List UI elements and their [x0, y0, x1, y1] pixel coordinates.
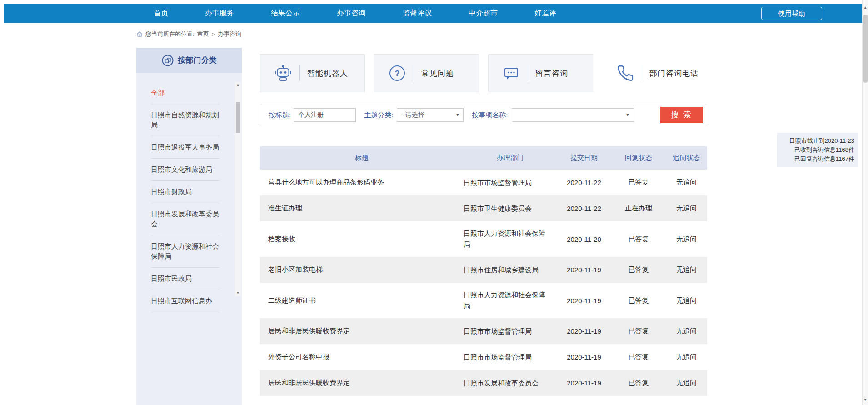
robot-icon: [273, 64, 293, 82]
sidebar-item-veterans[interactable]: 日照市退役军人事务局: [151, 136, 220, 159]
sidebar-item-civil-affairs[interactable]: 日照市民政局: [151, 268, 220, 290]
nav-item-consult[interactable]: 办事咨询: [337, 9, 366, 18]
table-body: 莒县什么地方可以办理商品条形码业务 日照市市场监督管理局 2020-11-22 …: [260, 170, 707, 396]
row-follow-status: 无追问: [666, 353, 707, 361]
row-reply-status: 已答复: [611, 265, 666, 274]
sidebar-item-natural-resources[interactable]: 日照市自然资源和规划局: [151, 104, 220, 136]
sidebar-item-human-resources[interactable]: 日照市人力资源和社会保障局: [151, 235, 220, 268]
sidebar-item-internet-info[interactable]: 日照市互联网信息办: [151, 290, 220, 312]
page: 首页 办事服务 结果公示 办事咨询 监督评议 中介超市 好差评 使用帮助 您当前…: [0, 0, 868, 405]
table-row: 居民和非居民供暖收费界定 日照市市场监督管理局 2020-11-19 已答复 无…: [260, 318, 707, 344]
table-row: 外资子公司名称申报 日照市市场监督管理局 2020-11-19 已答复 无追问: [260, 344, 707, 370]
chevron-down-icon: ▼: [455, 113, 459, 117]
row-title-link[interactable]: 外资子公司名称申报: [260, 353, 464, 361]
sidebar-item-all[interactable]: 全部: [151, 82, 220, 104]
department-phone-button[interactable]: 部门咨询电话: [602, 54, 707, 92]
row-reply-status: 已答复: [611, 327, 666, 335]
row-title-link[interactable]: 档案接收: [260, 235, 464, 244]
row-date: 2020-11-19: [557, 353, 611, 361]
row-title-link[interactable]: 莒县什么地方可以办理商品条形码业务: [260, 178, 464, 187]
row-department: 日照市市场监督管理局: [464, 352, 557, 363]
nav-item-results[interactable]: 结果公示: [271, 9, 300, 18]
divider: [528, 65, 528, 81]
feature-label: 常见问题: [421, 68, 454, 79]
scroll-up-icon[interactable]: ▲: [863, 5, 868, 10]
divider: [414, 65, 414, 81]
sidebar-scrollbar-thumb[interactable]: [236, 102, 240, 133]
sidebar-item-finance[interactable]: 日照市财政局: [151, 181, 220, 203]
header-date: 提交日期: [557, 154, 611, 162]
scroll-down-icon[interactable]: ▼: [235, 291, 241, 295]
table-row: 老旧小区加装电梯 日照市住房和城乡建设局 2020-11-19 已答复 无追问: [260, 257, 707, 283]
row-title-link[interactable]: 准生证办理: [260, 204, 464, 213]
row-date: 2020-11-22: [557, 179, 611, 186]
table-row: 准生证办理 日照市卫生健康委员会 2020-11-22 正在办理 无追问: [260, 195, 707, 221]
item-name-select[interactable]: ▼: [512, 108, 634, 122]
row-follow-status: 无追问: [666, 235, 707, 244]
row-department: 日照市卫生健康委员会: [464, 203, 557, 214]
row-department: 日照市市场监督管理局: [464, 326, 557, 337]
row-department: 日照市发展和改革委员会: [464, 378, 557, 389]
header-department: 办理部门: [464, 154, 557, 162]
row-date: 2020-11-19: [557, 297, 611, 305]
sidebar-list: 全部 日照市自然资源和规划局 日照市退役军人事务局 日照市文化和旅游局 日照市财…: [136, 73, 242, 312]
item-filter-label: 按事项名称:: [472, 111, 508, 120]
nav-item-services[interactable]: 办事服务: [205, 9, 234, 18]
row-title-link[interactable]: 居民和非居民供暖收费界定: [260, 379, 464, 387]
faq-button[interactable]: ? 常见问题: [374, 54, 479, 92]
consultation-table: 标题 办理部门 提交日期 回复状态 追问状态 莒县什么地方可以办理商品条形码业务…: [260, 146, 707, 396]
stats-line-2: 已收到咨询信息1168件: [781, 145, 854, 155]
scroll-up-icon[interactable]: ▲: [235, 83, 241, 87]
page-scrollbar-thumb[interactable]: [863, 15, 868, 83]
category-filter-label: 主题分类:: [364, 111, 393, 120]
row-follow-status: 无追问: [666, 327, 707, 335]
header-reply-status: 回复状态: [611, 154, 666, 162]
consultation-stats: 日照市截止到2020-11-23 已收到咨询信息1168件 已回复咨询信息116…: [777, 133, 858, 167]
table-header: 标题 办理部门 提交日期 回复状态 追问状态: [260, 146, 707, 170]
table-row: 居民和非居民供暖收费界定 日照市发展和改革委员会 2020-11-19 已答复 …: [260, 370, 707, 396]
svg-text:?: ?: [394, 69, 400, 78]
smart-robot-button[interactable]: 智能机器人: [260, 54, 365, 92]
feature-label: 智能机器人: [307, 68, 348, 79]
breadcrumb-home[interactable]: 首页: [197, 30, 209, 38]
breadcrumb: 您当前所在的位置: 首页 > 办事咨询: [136, 30, 241, 38]
row-title-link[interactable]: 老旧小区加装电梯: [260, 265, 464, 274]
page-scrollbar[interactable]: ▲ ▼: [862, 0, 868, 405]
question-icon: ?: [387, 64, 407, 82]
sidebar-item-culture-tourism[interactable]: 日照市文化和旅游局: [151, 159, 220, 181]
nav-item-agency-market[interactable]: 中介超市: [469, 9, 498, 18]
breadcrumb-current: 办事咨询: [218, 30, 241, 38]
row-follow-status: 无追问: [666, 296, 707, 305]
leave-message-button[interactable]: 留言咨询: [488, 54, 593, 92]
row-date: 2020-11-19: [557, 266, 611, 274]
row-follow-status: 无追问: [666, 379, 707, 387]
row-title-link[interactable]: 居民和非居民供暖收费界定: [260, 327, 464, 335]
chevron-down-icon: ▼: [626, 113, 630, 117]
row-date: 2020-11-20: [557, 235, 611, 243]
table-row: 档案接收 日照市人力资源和社会保障局 2020-11-20 已答复 无追问: [260, 221, 707, 257]
feature-label: 留言咨询: [535, 68, 568, 79]
scroll-down-icon[interactable]: ▼: [863, 398, 868, 402]
search-button[interactable]: 搜 索: [660, 107, 703, 123]
row-title-link[interactable]: 二级建造师证书: [260, 296, 464, 305]
nav-item-rating[interactable]: 好差评: [534, 9, 556, 18]
title-search-input[interactable]: [294, 108, 356, 122]
row-reply-status: 已答复: [611, 353, 666, 361]
row-department: 日照市住房和城乡建设局: [464, 265, 557, 275]
breadcrumb-separator: >: [212, 31, 215, 38]
row-follow-status: 无追问: [666, 178, 707, 187]
row-date: 2020-11-19: [557, 379, 611, 387]
table-row: 莒县什么地方可以办理商品条形码业务 日照市市场监督管理局 2020-11-22 …: [260, 170, 707, 195]
stats-line-1: 日照市截止到2020-11-23: [781, 136, 854, 145]
table-row: 二级建造师证书 日照市人力资源和社会保障局 2020-11-19 已答复 无追问: [260, 283, 707, 318]
header-title: 标题: [260, 154, 464, 162]
row-reply-status: 已答复: [611, 379, 666, 387]
sidebar-scrollbar[interactable]: ▲ ▼: [235, 82, 241, 296]
sidebar-title: 按部门分类: [178, 55, 217, 65]
nav-item-home[interactable]: 首页: [154, 9, 168, 18]
sidebar-item-development-reform[interactable]: 日照市发展和改革委员会: [151, 203, 220, 235]
feature-label: 部门咨询电话: [649, 68, 698, 79]
help-button[interactable]: 使用帮助: [761, 7, 822, 20]
category-select[interactable]: --请选择-- ▼: [397, 108, 464, 122]
nav-item-supervision[interactable]: 监督评议: [403, 9, 432, 18]
